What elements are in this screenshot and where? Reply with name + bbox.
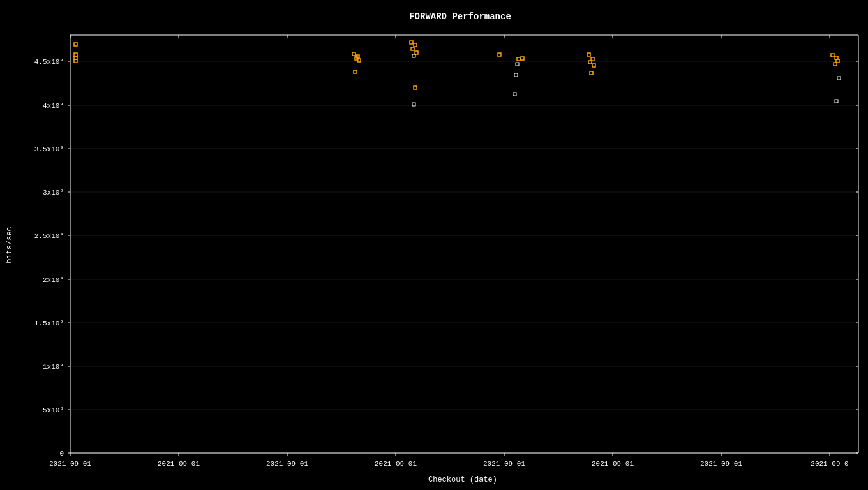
y-tick-2e9: 2x10⁹ <box>43 276 64 284</box>
x-tick-6: 2021-09-01 <box>592 460 634 468</box>
chart-container: FORWARD Performance bits/sec Checkout (d… <box>0 0 868 490</box>
y-tick-0: 0 <box>59 450 64 457</box>
x-tick-3: 2021-09-01 <box>266 460 308 468</box>
y-tick-35e8: 3.5x10⁹ <box>34 145 64 153</box>
x-tick-4: 2021-09-01 <box>375 460 417 468</box>
y-tick-1e9: 1x10⁹ <box>43 363 64 371</box>
chart-title: FORWARD Performance <box>409 11 511 22</box>
main-chart: FORWARD Performance bits/sec Checkout (d… <box>0 0 868 490</box>
x-axis-label: Checkout (date) <box>428 475 497 484</box>
x-tick-8: 2021-09-0 <box>811 460 848 468</box>
y-tick-4e9: 4x10⁹ <box>43 102 64 110</box>
y-tick-5e8: 5x10⁸ <box>43 406 64 414</box>
y-tick-25e8: 2.5x10⁹ <box>34 232 64 240</box>
y-tick-15e8: 1.5x10⁹ <box>34 320 64 327</box>
x-tick-5: 2021-09-01 <box>483 460 525 468</box>
y-tick-3e9: 3x10⁹ <box>43 189 64 197</box>
x-tick-7: 2021-09-01 <box>700 460 742 468</box>
x-tick-2: 2021-09-01 <box>158 460 200 468</box>
x-tick-1: 2021-09-01 <box>49 460 91 468</box>
y-tick-45e9: 4.5x10⁹ <box>34 58 64 66</box>
y-axis-label: bits/sec <box>5 226 14 264</box>
svg-rect-0 <box>0 0 868 490</box>
